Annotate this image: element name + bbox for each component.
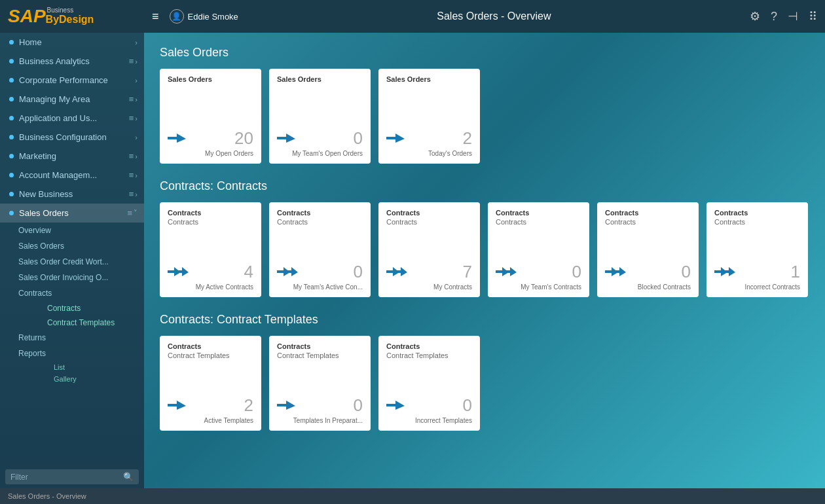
sidebar-item-managing-my-area[interactable]: Managing My Area ≡ ›: [0, 90, 144, 109]
sidebar-item-business-configuration[interactable]: Business Configuration ›: [0, 128, 144, 147]
help-icon[interactable]: ?: [771, 10, 777, 24]
lines-icon: ≡: [129, 170, 134, 180]
card-3[interactable]: Contracts Contracts 0 My Team's Contract…: [488, 202, 589, 297]
sidebar-sub-label: Contract Templates: [47, 318, 138, 327]
card-category: Sales Orders: [277, 75, 363, 83]
sidebar-sub-overview[interactable]: Overview: [18, 223, 144, 238]
card-bottom: 20: [168, 128, 253, 149]
card-arrow-wrap: [168, 266, 191, 279]
logo-bydesign-wrap: Business ByDesign: [46, 7, 94, 26]
svg-rect-30: [168, 404, 178, 406]
card-label: My Team's Contracts: [496, 283, 581, 291]
sidebar-contract-templates[interactable]: Contract Templates: [47, 315, 144, 330]
card-1[interactable]: Contracts Contract Templates 0 Templates…: [269, 336, 371, 431]
card-label: Templates In Preparat...: [277, 417, 363, 424]
chevron-right-icon: ›: [135, 171, 138, 179]
card-bottom: 0: [277, 395, 363, 416]
nav-dot: [9, 135, 14, 139]
chevron-right-icon: ›: [135, 39, 138, 46]
sidebar-sub-sales-orders[interactable]: Sales Orders: [18, 238, 144, 254]
user-profile[interactable]: 👤 Eddie Smoke: [170, 9, 238, 24]
sidebar-item-label: Account Managem...: [19, 170, 128, 180]
card-5[interactable]: Contracts Contracts 1 Incorrect Contract…: [706, 202, 808, 297]
sales-orders-sub-menu: Overview Sales Orders Sales Order Credit…: [0, 223, 144, 285]
settings-icon[interactable]: ⚙: [750, 9, 760, 24]
sidebar-contracts-header[interactable]: Contracts: [18, 285, 144, 301]
svg-marker-25: [619, 267, 626, 276]
sidebar-reports-gallery[interactable]: Gallery: [54, 373, 144, 385]
card-0[interactable]: Sales Orders 20 My Open Orders: [160, 69, 261, 164]
card-2[interactable]: Sales Orders 2 Today's Orders: [378, 69, 480, 164]
svg-rect-0: [168, 137, 178, 139]
contract-templates-section-title: Contracts: Contract Templates: [160, 313, 809, 327]
card-arrow-wrap: [277, 399, 301, 412]
svg-marker-21: [510, 267, 517, 276]
card-category: Contracts: [277, 342, 363, 350]
card-label: Today's Orders: [386, 150, 472, 157]
returns-group: Returns Reports List Gallery: [0, 330, 144, 385]
svg-marker-5: [395, 134, 405, 143]
card-1[interactable]: Contracts Contracts 0 My Team's Active C…: [269, 202, 371, 297]
nav-dot: [9, 192, 14, 196]
hamburger-menu-icon[interactable]: ≡: [152, 10, 159, 24]
card-category: Contracts: [168, 342, 253, 350]
card-bottom: 0: [386, 395, 472, 416]
card-0[interactable]: Contracts Contract Templates 2 Active Te…: [160, 336, 261, 431]
sidebar-item-business-analytics[interactable]: Business Analytics ≡ ›: [0, 52, 144, 71]
page-title: Sales Orders - Overview: [238, 10, 750, 22]
sidebar-item-corporate-performance[interactable]: Corporate Performance ›: [0, 71, 144, 90]
sidebar-sub-label: List: [54, 363, 138, 371]
sidebar-returns[interactable]: Returns: [18, 330, 144, 346]
card-count: 0: [572, 262, 581, 282]
contracts-cards: Contracts Contracts 4 My Active Contract…: [160, 202, 809, 297]
card-bottom: 2: [386, 128, 472, 149]
sidebar-item-home[interactable]: Home ›: [0, 33, 144, 52]
sidebar-item-application-and-us[interactable]: Application and Us... ≡ ›: [0, 109, 144, 128]
chevron-right-icon: ›: [135, 96, 138, 103]
filter-input[interactable]: [10, 473, 123, 482]
card-2[interactable]: Contracts Contracts 7 My Contracts: [378, 202, 480, 297]
sidebar-reports-list[interactable]: List: [54, 361, 144, 373]
svg-marker-17: [401, 267, 407, 276]
lines-icon: ≡: [129, 151, 134, 161]
card-value-section: 2: [463, 128, 472, 149]
nav-dot: [9, 59, 14, 63]
card-label: Active Templates: [168, 417, 253, 424]
card-subcategory: Contracts: [386, 218, 472, 226]
sidebar-sub-invoicing[interactable]: Sales Order Invoicing O...: [18, 270, 144, 285]
card-value-section: 1: [791, 262, 800, 282]
main-content: Sales Orders Sales Orders 20 My Open Ord…: [144, 33, 825, 488]
reports-sub-menu: List Gallery: [18, 361, 144, 385]
card-1[interactable]: Sales Orders 0 My Team's Open Orders: [269, 69, 371, 164]
sidebar-item-sales-orders[interactable]: Sales Orders ≡ ˅: [0, 204, 144, 223]
svg-rect-32: [277, 404, 287, 406]
logout-icon[interactable]: ⊣: [788, 9, 798, 24]
nav-dot: [9, 116, 14, 120]
card-arrow-wrap: [386, 132, 410, 145]
sidebar-item-label: Corporate Performance: [19, 75, 134, 85]
card-subcategory: Contracts: [168, 218, 253, 226]
sap-logo-text: SAP: [8, 6, 46, 27]
sidebar: Home › Business Analytics ≡ › Corporate …: [0, 33, 144, 488]
sales-orders-section-title: Sales Orders: [160, 46, 809, 60]
card-arrow-wrap: [277, 132, 301, 145]
sidebar-contracts-sub[interactable]: Contracts: [47, 301, 144, 315]
grid-menu-icon[interactable]: ⠿: [809, 9, 817, 24]
card-count: 1: [791, 262, 800, 282]
card-2[interactable]: Contracts Contract Templates 0 Incorrect…: [378, 336, 480, 431]
svg-rect-4: [386, 137, 397, 139]
chevron-right-icon: ›: [135, 190, 138, 198]
card-label: My Active Contracts: [168, 283, 253, 291]
card-0[interactable]: Contracts Contracts 4 My Active Contract…: [160, 202, 261, 297]
sidebar-sub-credit-worthiness[interactable]: Sales Order Credit Wort...: [18, 254, 144, 270]
sidebar-item-marketing[interactable]: Marketing ≡ ›: [0, 147, 144, 166]
chevron-right-icon: ›: [135, 77, 138, 84]
card-value-section: 0: [354, 395, 363, 416]
sidebar-reports[interactable]: Reports: [18, 346, 144, 361]
sidebar-filter[interactable]: 🔍: [5, 469, 139, 484]
card-4[interactable]: Contracts Contracts 0 Blocked Contracts: [597, 202, 699, 297]
sidebar-item-new-business[interactable]: New Business ≡ ›: [0, 185, 144, 204]
sidebar-sub-label: Sales Order Credit Wort...: [18, 257, 138, 266]
sidebar-item-account-management[interactable]: Account Managem... ≡ ›: [0, 166, 144, 185]
sidebar-sub-label: Contracts: [18, 289, 138, 298]
